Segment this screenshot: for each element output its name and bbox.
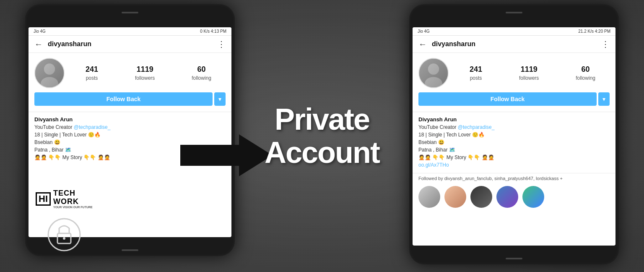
logo-area: HI TECH WORK YOUR VISION OUR FUTURE [31, 187, 97, 255]
bio-name-right: Divyansh Arun [418, 116, 610, 123]
profile-top-right: 241 posts 1119 followers 60 following [418, 58, 610, 88]
bio-line-5-right: oo.gl/Ax7THo [418, 161, 610, 169]
stat-followers-label-left: followers [135, 75, 155, 81]
follow-back-button-left[interactable]: Follow Back [34, 92, 213, 106]
phone-right: Jio 4G 21.2 K/s 4:20 PM ← divyansharun ⋮ [409, 4, 619, 264]
lock-container [31, 216, 97, 255]
stat-posts-label-left: posts [86, 75, 98, 81]
stats-left: 241 posts 1119 followers 60 following [71, 65, 226, 81]
logo-tech-text: TECH [53, 189, 93, 198]
profile-section-left: 241 posts 1119 followers 60 following Fo… [29, 53, 231, 111]
phone-screen-right: Jio 4G 21.2 K/s 4:20 PM ← divyansharun ⋮ [413, 27, 615, 246]
stats-right: 241 posts 1119 followers 60 following [455, 65, 610, 81]
bio-url-right[interactable]: oo.gl/Ax7THo [418, 162, 449, 168]
story-circle-2[interactable] [444, 186, 466, 208]
followed-by-right: Followed by divyansh_arun_fanclub, sinha… [413, 174, 615, 183]
nav-bar-left: ← divyansharun ⋮ [29, 36, 231, 53]
phone-home-left [122, 249, 138, 251]
private-account-text: Private Account [265, 103, 379, 169]
svg-point-11 [63, 237, 65, 240]
status-left-text-right: Jio 4G [418, 29, 430, 34]
stat-following-label-right: following [576, 75, 595, 81]
stat-following-right: 60 following [576, 65, 595, 81]
stat-followers-number-left: 1119 [135, 65, 155, 74]
stat-followers-right: 1119 followers [519, 65, 539, 81]
private-line2: Account [265, 136, 379, 169]
bio-line-4-right: 🤦🤦 👇👇 My Story 👇👇 🤦🤦 [418, 154, 610, 161]
follow-back-button-right[interactable]: Follow Back [418, 92, 597, 106]
stat-following-left: 60 following [192, 65, 211, 81]
logo-box: HI TECH WORK YOUR VISION OUR FUTURE [31, 187, 97, 212]
status-bar-left: Jio 4G 0 K/s 4:13 PM [29, 27, 231, 36]
more-button-right[interactable]: ⋮ [601, 39, 610, 49]
follow-btn-row-right: Follow Back ▾ [418, 92, 610, 106]
logo-hi-text: HI [39, 194, 48, 204]
status-left-text: Jio 4G [34, 29, 46, 34]
phone-home-right [506, 258, 522, 259]
svg-rect-3 [35, 59, 64, 87]
svg-rect-8 [419, 59, 448, 87]
follow-dropdown-left[interactable]: ▾ [214, 92, 226, 106]
divider2-right [413, 173, 615, 173]
private-line1: Private [275, 102, 369, 136]
logo-tagline-text: YOUR VISION OUR FUTURE [53, 206, 93, 209]
stat-posts-number-left: 241 [86, 65, 98, 74]
svg-point-9 [48, 219, 80, 251]
logo-tech-work-container: TECH WORK YOUR VISION OUR FUTURE [53, 189, 93, 209]
bio-line-0-right: YouTube Creator @techparadise_ [418, 123, 610, 131]
profile-section-right: 241 posts 1119 followers 60 following Fo… [413, 53, 615, 111]
bio-line-2-right: Bsebian 😃 [418, 139, 610, 146]
nav-bar-right: ← divyansharun ⋮ [413, 36, 615, 53]
phone-speaker-left [122, 12, 138, 13]
stat-posts-number-right: 241 [470, 65, 482, 74]
status-bar-right: Jio 4G 21.2 K/s 4:20 PM [413, 27, 615, 36]
lock-icon [47, 216, 81, 254]
back-button-left[interactable]: ← [34, 39, 43, 49]
avatar-left [34, 58, 65, 88]
bio-section-right: Divyansh Arun YouTube Creator @techparad… [413, 113, 615, 172]
logo-work-text: WORK [53, 198, 93, 206]
avatar-right [418, 58, 449, 88]
stat-posts-right: 241 posts [470, 65, 482, 81]
bio-link-right[interactable]: @techparadise_ [458, 124, 495, 130]
stat-followers-left: 1119 followers [135, 65, 155, 81]
stat-posts-label-right: posts [470, 75, 482, 81]
bio-creator-left: YouTube Creator [34, 124, 74, 130]
stat-following-label-left: following [192, 75, 211, 81]
divider-right [413, 112, 615, 112]
center-area: Private Account [243, 0, 401, 272]
bio-creator-right: YouTube Creator [418, 124, 458, 130]
follow-btn-row-left: Follow Back ▾ [34, 92, 226, 106]
stat-posts-left: 241 posts [86, 65, 98, 81]
story-circle-5[interactable] [522, 186, 544, 208]
status-right-text-right: 21.2 K/s 4:20 PM [578, 29, 610, 34]
follow-dropdown-right[interactable]: ▾ [598, 92, 610, 106]
bio-name-left: Divyansh Arun [34, 116, 226, 123]
bio-line-1-right: 18 | Single | Tech Lover 🙂🔥 [418, 131, 610, 139]
stat-followers-number-right: 1119 [519, 65, 539, 74]
bio-line-3-right: Patna , Bihar 🗺️ [418, 146, 610, 154]
story-circle-1[interactable] [418, 186, 440, 208]
logo-hi-container: HI [36, 192, 51, 206]
divider-left [29, 112, 231, 112]
username-left: divyansharun [48, 40, 217, 48]
story-circle-4[interactable] [496, 186, 518, 208]
profile-top-left: 241 posts 1119 followers 60 following [34, 58, 226, 88]
back-button-right[interactable]: ← [418, 39, 427, 49]
stat-followers-label-right: followers [519, 75, 539, 81]
phone-speaker-right [506, 12, 522, 13]
stat-following-number-left: 60 [192, 65, 211, 74]
status-right-text: 0 K/s 4:13 PM [200, 29, 226, 34]
more-button-left[interactable]: ⋮ [217, 39, 226, 49]
username-right: divyansharun [432, 40, 601, 48]
story-circle-3[interactable] [470, 186, 492, 208]
stat-following-number-right: 60 [576, 65, 595, 74]
story-row-right [413, 183, 615, 211]
bio-link-left[interactable]: @techparadise_ [74, 124, 111, 130]
